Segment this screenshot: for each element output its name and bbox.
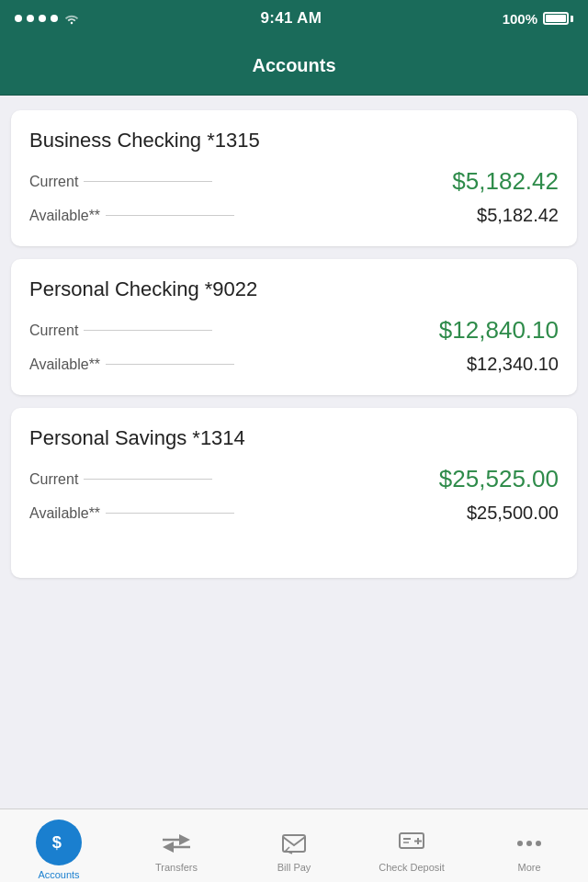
current-amount-2: $12,840.10 <box>439 316 559 345</box>
available-label-1: Available** <box>29 208 234 224</box>
available-balance-row-1: Available** $5,182.42 <box>29 205 559 226</box>
tab-check-deposit-label: Check Deposit <box>379 862 445 873</box>
status-time: 9:41 AM <box>260 9 322 28</box>
available-label-3: Available** <box>29 505 234 522</box>
nav-bar: Accounts <box>0 37 588 96</box>
bill-pay-icon <box>281 831 307 855</box>
tab-more[interactable]: More <box>470 820 588 873</box>
svg-marker-2 <box>163 842 174 853</box>
battery-icon <box>543 12 573 25</box>
account-name-business-checking: Business Checking *1315 <box>29 129 559 153</box>
status-right: 100% <box>503 11 573 27</box>
tab-bill-pay-label: Bill Pay <box>277 862 311 873</box>
dollar-icon: $ <box>49 832 69 853</box>
bill-pay-icon-wrap <box>279 829 309 858</box>
account-card-personal-checking[interactable]: Personal Checking *9022 Current $12,840.… <box>11 259 577 395</box>
transfers-icon-wrap <box>162 829 191 858</box>
available-amount-3: $25,500.00 <box>467 503 559 524</box>
tab-accounts[interactable]: $ Accounts <box>0 812 118 880</box>
accounts-tab-icon-bg: $ <box>36 820 82 865</box>
current-label-3: Current <box>29 471 212 488</box>
svg-text:$: $ <box>52 832 62 852</box>
page-title: Accounts <box>252 55 335 76</box>
tab-transfers-label: Transfers <box>155 862 198 873</box>
available-balance-row-2: Available** $12,340.10 <box>29 354 559 375</box>
current-amount-1: $5,182.42 <box>452 167 559 196</box>
current-label-1: Current <box>29 174 212 190</box>
check-deposit-icon-wrap <box>397 829 426 858</box>
svg-point-13 <box>536 841 541 846</box>
svg-point-11 <box>517 841 523 846</box>
svg-rect-5 <box>283 835 305 852</box>
wifi-icon <box>63 12 80 25</box>
svg-point-12 <box>526 841 532 846</box>
more-dots-icon <box>516 840 542 847</box>
available-amount-2: $12,340.10 <box>467 354 559 375</box>
current-balance-row-1: Current $5,182.42 <box>29 167 559 196</box>
more-icon-wrap <box>514 829 544 858</box>
tab-transfers[interactable]: Transfers <box>118 820 235 873</box>
accounts-list: Business Checking *1315 Current $5,182.4… <box>0 96 588 808</box>
tab-accounts-label: Accounts <box>38 869 79 880</box>
transfers-icon <box>163 832 190 854</box>
available-label-2: Available** <box>29 356 234 373</box>
tab-bar: $ Accounts Transfers Bill Pay <box>0 808 588 882</box>
current-balance-row-3: Current $25,525.00 <box>29 465 559 493</box>
current-amount-3: $25,525.00 <box>439 465 559 493</box>
battery-percent: 100% <box>503 11 537 27</box>
svg-marker-1 <box>179 834 190 845</box>
check-deposit-icon <box>398 831 425 855</box>
tab-bill-pay[interactable]: Bill Pay <box>235 820 353 873</box>
account-name-personal-savings: Personal Savings *1314 <box>29 426 559 450</box>
current-label-2: Current <box>29 322 212 339</box>
account-card-personal-savings[interactable]: Personal Savings *1314 Current $25,525.0… <box>11 408 577 578</box>
available-balance-row-3: Available** $25,500.00 <box>29 503 559 524</box>
tab-check-deposit[interactable]: Check Deposit <box>353 820 470 873</box>
account-name-personal-checking: Personal Checking *9022 <box>29 277 559 301</box>
account-card-business-checking[interactable]: Business Checking *1315 Current $5,182.4… <box>11 110 577 246</box>
signal-dots <box>15 15 58 22</box>
status-left <box>15 12 80 25</box>
tab-more-label: More <box>517 862 540 873</box>
status-bar: 9:41 AM 100% <box>0 0 588 37</box>
available-amount-1: $5,182.42 <box>477 205 559 226</box>
current-balance-row-2: Current $12,840.10 <box>29 316 559 345</box>
